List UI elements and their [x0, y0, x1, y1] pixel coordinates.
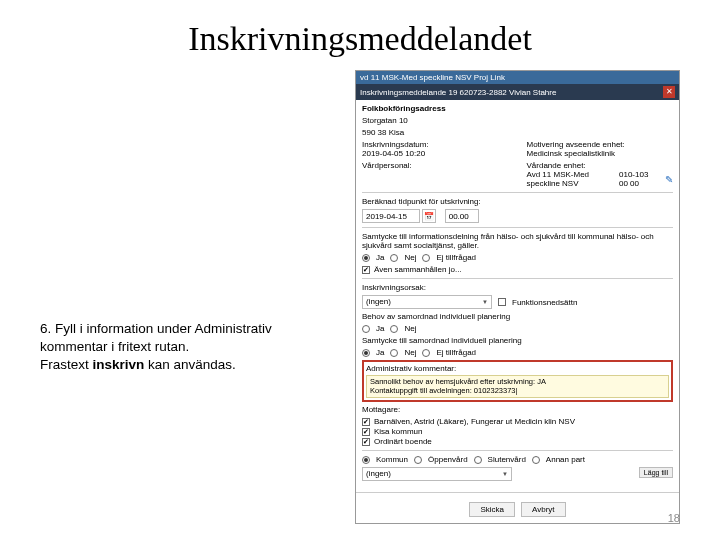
beraknad-label: Beräknad tidpunkt för utskrivning:	[362, 197, 673, 206]
recv3-checkbox[interactable]	[362, 438, 370, 446]
need-yes-label: Ja	[376, 324, 384, 333]
plan-yes-label: Ja	[376, 348, 384, 357]
consent-yes-radio[interactable]	[362, 254, 370, 262]
need-no-radio[interactable]	[390, 325, 398, 333]
inskrivorsak-select[interactable]: (ingen)▼	[362, 295, 492, 309]
bottom-select[interactable]: (ingen)▼	[362, 467, 512, 481]
recv1-checkbox[interactable]	[362, 418, 370, 426]
recv1-label: Barnälven, Astrid (Läkare), Fungerar ut …	[374, 417, 575, 426]
t2c: kan användas.	[144, 357, 236, 372]
consent-yes-label: Ja	[376, 253, 384, 262]
t2b: inskrivn	[93, 357, 145, 372]
scope-oppen-label: Öppenvård	[428, 455, 468, 464]
highlighted-admin-area: Administrativ kommentar: Sannolikt behov…	[362, 360, 673, 402]
page-number: 18	[668, 512, 680, 524]
t2a: Frastext	[40, 357, 93, 372]
inskrivdatum-label: Inskrivningsdatum:	[362, 140, 509, 149]
also-label: Även sammanhållen jo...	[374, 265, 462, 274]
edit-pencil-icon[interactable]: ✎	[665, 174, 673, 185]
motivering-value: Medicinsk specialistklinik	[527, 149, 674, 158]
scope-annan-radio[interactable]	[532, 456, 540, 464]
addr-line2: 590 38 Kisa	[362, 128, 673, 137]
scope-oppen-radio[interactable]	[414, 456, 422, 464]
scope-kommun-label: Kommun	[376, 455, 408, 464]
discharge-time-field[interactable]: 00.00	[445, 209, 479, 223]
plan-na-radio[interactable]	[422, 349, 430, 357]
phone-value: 010-103 00 00	[619, 170, 659, 188]
scope-annan-label: Annan part	[546, 455, 585, 464]
app-window: vd 11 MSK-Med speckline NSV Proj Link In…	[355, 70, 680, 524]
instruction-text: 6. Fyll i information under Administrati…	[40, 320, 330, 375]
consent-no-radio[interactable]	[390, 254, 398, 262]
scope-kommun-radio[interactable]	[362, 456, 370, 464]
recv2-label: Kisa kommun	[374, 427, 422, 436]
lagg-till-button[interactable]: Lägg till	[639, 467, 673, 478]
panel-header-text: Inskrivningsmeddelande 19 620723-2882 Vi…	[360, 88, 556, 97]
panel-header: Inskrivningsmeddelande 19 620723-2882 Vi…	[356, 84, 679, 100]
plan-no-radio[interactable]	[390, 349, 398, 357]
inskrivorsak-label: Inskrivningsorsak:	[362, 283, 673, 292]
instruction-line1: 6. Fyll i information under Administrati…	[40, 320, 330, 356]
send-button[interactable]: Skicka	[469, 502, 515, 517]
plan-yes-radio[interactable]	[362, 349, 370, 357]
consent-no-label: Nej	[404, 253, 416, 262]
window-titlebar: vd 11 MSK-Med speckline NSV Proj Link	[356, 71, 679, 84]
scope-sluten-radio[interactable]	[474, 456, 482, 464]
addr-line1: Storgatan 10	[362, 116, 673, 125]
recv2-checkbox[interactable]	[362, 428, 370, 436]
consent-na-label: Ej tillfrågad	[436, 253, 476, 262]
close-icon[interactable]: ✕	[663, 86, 675, 98]
samtycke-label: Samtycke till informationsdelning från h…	[362, 232, 673, 250]
need-no-label: Nej	[404, 324, 416, 333]
also-checkbox[interactable]	[362, 266, 370, 274]
plan-no-label: Nej	[404, 348, 416, 357]
discharge-date-field[interactable]: 2019-04-15	[362, 209, 420, 223]
calendar-icon[interactable]: 📅	[422, 209, 436, 223]
vardpersonal-label: Vårdpersonal:	[362, 161, 509, 170]
admin-comment-textarea[interactable]: Sannolikt behov av hemsjukvård efter uts…	[366, 375, 669, 398]
instruction-line2: Frastext inskrivn kan användas.	[40, 356, 330, 374]
consent-na-radio[interactable]	[422, 254, 430, 262]
need-yes-radio[interactable]	[362, 325, 370, 333]
inskrivdatum-value: 2019-04-05 10:20	[362, 149, 509, 158]
cancel-button[interactable]: Avbryt	[521, 502, 566, 517]
samtycke-plan-label: Samtycke till samordnad individuell plan…	[362, 336, 673, 345]
motivering-label: Motivering avseende enhet:	[527, 140, 674, 149]
vardande-enhet-label: Vårdande enhet:	[527, 161, 674, 170]
comment-line2: Kontaktuppgift till avdelningen: 0102323…	[370, 387, 665, 396]
addr-label: Folkbokföringsadress	[362, 104, 446, 113]
mottagare-label: Mottagare:	[362, 405, 673, 414]
funkned-label: Funktionsnedsättn	[512, 298, 577, 307]
admin-label: Administrativ kommentar:	[366, 364, 669, 373]
slide-title: Inskrivningsmeddelandet	[0, 0, 720, 58]
vardande-enhet-value: Avd 11 MSK-Med speckline NSV	[527, 170, 618, 188]
funkned-checkbox[interactable]	[498, 298, 506, 306]
scope-sluten-label: Slutenvård	[488, 455, 526, 464]
plan-na-label: Ej tillfrågad	[436, 348, 476, 357]
behov-label: Behov av samordnad individuell planering	[362, 312, 673, 321]
recv3-label: Ordinärt boende	[374, 437, 432, 446]
